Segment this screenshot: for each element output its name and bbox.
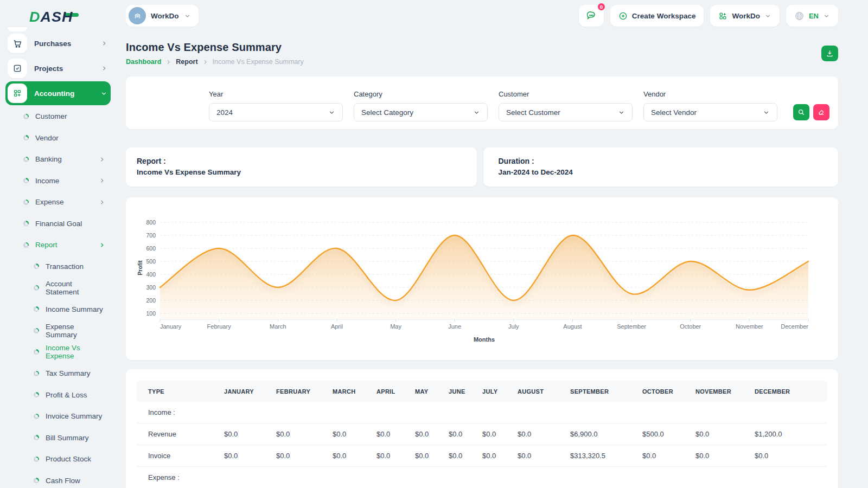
svg-text:200: 200 bbox=[146, 297, 156, 304]
scrolled-item-remnant bbox=[8, 27, 27, 31]
svg-text:December: December bbox=[781, 323, 808, 330]
report-card: Report : Income Vs Expense Summary bbox=[126, 147, 477, 187]
table-section-row: Expense : bbox=[137, 467, 827, 488]
sidebar-item-expense[interactable]: Expense bbox=[5, 191, 111, 213]
column-header: MAY bbox=[415, 381, 449, 402]
profit-area-chart: 100200300400500600700800JanuaryFebruaryM… bbox=[134, 208, 830, 348]
customer-field: Customer Select Customer bbox=[499, 90, 633, 121]
column-header: JULY bbox=[482, 381, 518, 402]
svg-text:November: November bbox=[736, 323, 763, 330]
sidebar-item-transaction[interactable]: Transaction bbox=[5, 256, 111, 278]
column-header: OCTOBER bbox=[642, 381, 695, 402]
report-card-label: Report : bbox=[137, 157, 466, 165]
sidebar-item-label: Account Statement bbox=[46, 280, 105, 296]
chevron-right-icon bbox=[99, 156, 105, 163]
sidebar-item-vendor[interactable]: Vendor bbox=[5, 127, 111, 149]
reset-filters-button[interactable] bbox=[813, 104, 829, 120]
sidebar-item-label: Income bbox=[35, 177, 99, 185]
sidebar-item-label: Banking bbox=[35, 155, 99, 163]
sidebar-item-report[interactable]: Report bbox=[5, 234, 111, 256]
year-select[interactable]: 2024 bbox=[209, 103, 343, 121]
svg-text:February: February bbox=[207, 323, 232, 330]
sidebar-item-accounting[interactable]: Accounting bbox=[5, 81, 111, 105]
page-head: Income Vs Expense Summary DashboardRepor… bbox=[126, 41, 838, 66]
category-select[interactable]: Select Category bbox=[354, 103, 488, 121]
bullet-ring-icon bbox=[34, 414, 39, 419]
sidebar-item-account-statement[interactable]: Account Statement bbox=[5, 277, 111, 299]
sidebar-item-financial-goal[interactable]: Financial Goal bbox=[5, 213, 111, 235]
column-header: SEPTEMBER bbox=[570, 381, 642, 402]
sidebar: DASH PurchasesProjectsAccountingCustomer… bbox=[0, 0, 117, 488]
apply-filters-button[interactable] bbox=[793, 104, 809, 120]
bullet-ring-icon bbox=[34, 457, 39, 462]
year-select-value: 2024 bbox=[216, 108, 233, 117]
workspace-switcher[interactable]: WorkDo bbox=[126, 5, 199, 27]
sidebar-item-profit-loss[interactable]: Profit & Loss bbox=[5, 384, 111, 406]
svg-text:January: January bbox=[160, 323, 182, 330]
svg-text:600: 600 bbox=[146, 245, 156, 252]
sidebar-item-invoice-summary[interactable]: Invoice Summary bbox=[5, 406, 111, 427]
workdo-menu-button[interactable]: WorkDo bbox=[710, 5, 780, 27]
sidebar-item-income-summary[interactable]: Income Summary bbox=[5, 299, 111, 320]
sidebar-item-tax-summary[interactable]: Tax Summary bbox=[5, 363, 111, 384]
sidebar-item-purchases[interactable]: Purchases bbox=[5, 31, 111, 56]
vendor-field: Vendor Select Vendor bbox=[643, 90, 777, 121]
messages-button[interactable]: 0 bbox=[579, 5, 604, 27]
chevron-down-icon bbox=[763, 109, 770, 116]
chevron-right-icon bbox=[99, 242, 105, 248]
sidebar-item-income[interactable]: Income bbox=[5, 170, 111, 192]
bullet-ring-icon bbox=[34, 285, 39, 291]
vendor-select-value: Select Vendor bbox=[651, 108, 697, 117]
sidebar-item-cash-flow[interactable]: Cash Flow bbox=[5, 470, 111, 488]
customer-select[interactable]: Select Customer bbox=[499, 103, 633, 121]
language-label: EN bbox=[809, 12, 819, 20]
sidebar-item-customer[interactable]: Customer bbox=[5, 106, 111, 127]
sidebar-item-expense-summary[interactable]: Expense Summary bbox=[5, 320, 111, 342]
cart-icon bbox=[8, 34, 27, 53]
sidebar-item-projects[interactable]: Projects bbox=[5, 56, 111, 81]
category-label: Category bbox=[354, 90, 488, 98]
svg-text:April: April bbox=[331, 323, 343, 330]
workspace-label: WorkDo bbox=[151, 12, 179, 20]
svg-text:100: 100 bbox=[146, 310, 156, 317]
bullet-ring-icon bbox=[34, 435, 39, 440]
app-logo-text: DASH bbox=[29, 9, 73, 24]
bullet-ring-icon bbox=[34, 264, 39, 269]
bullet-ring-icon bbox=[34, 349, 39, 355]
svg-text:May: May bbox=[390, 323, 401, 330]
column-header: AUGUST bbox=[518, 381, 570, 402]
download-icon bbox=[826, 49, 834, 57]
chevron-down-icon bbox=[823, 12, 830, 20]
workspace-avatar bbox=[129, 7, 146, 24]
bullet-ring-icon bbox=[23, 135, 29, 140]
accounting-grid-icon bbox=[8, 84, 27, 103]
breadcrumb-item[interactable]: Dashboard bbox=[126, 58, 161, 66]
table-row: Invoice$0.0$0.0$0.0$0.0$0.0$0.0$0.0$0.0$… bbox=[137, 445, 827, 467]
sidebar-item-label: Tax Summary bbox=[46, 369, 105, 377]
sidebar-item-bill-summary[interactable]: Bill Summary bbox=[5, 427, 111, 449]
column-header: NOVEMBER bbox=[695, 381, 755, 402]
breadcrumb-item[interactable]: Report bbox=[176, 58, 197, 66]
sidebar-item-income-vs-expense[interactable]: Income Vs Expense bbox=[5, 342, 111, 363]
create-workspace-button[interactable]: Create Workspace bbox=[610, 5, 704, 27]
sidebar-item-label: Financial Goal bbox=[35, 220, 105, 228]
year-label: Year bbox=[209, 90, 343, 98]
bullet-ring-icon bbox=[34, 478, 39, 483]
sidebar-item-label: Accounting bbox=[34, 89, 100, 98]
vendor-select[interactable]: Select Vendor bbox=[643, 103, 777, 121]
download-report-button[interactable] bbox=[821, 46, 838, 61]
app-logo[interactable]: DASH bbox=[29, 9, 111, 25]
language-selector[interactable]: EN bbox=[786, 5, 838, 27]
year-field: Year 2024 bbox=[209, 90, 343, 121]
customer-select-value: Select Customer bbox=[506, 108, 560, 117]
chevron-down-icon bbox=[473, 109, 480, 116]
svg-text:Months: Months bbox=[474, 336, 495, 343]
sidebar-item-banking[interactable]: Banking bbox=[5, 149, 111, 170]
chevron-down-icon bbox=[618, 109, 625, 116]
column-header: DECEMBER bbox=[755, 381, 827, 402]
summary-table: TYPEJANUARYFEBRUARYMARCHAPRILMAYJUNEJULY… bbox=[137, 381, 827, 488]
sidebar-item-product-stock[interactable]: Product Stock bbox=[5, 448, 111, 470]
column-header: FEBRUARY bbox=[276, 381, 333, 402]
eraser-icon bbox=[818, 108, 825, 116]
sidebar-item-label: Profit & Loss bbox=[46, 391, 105, 399]
